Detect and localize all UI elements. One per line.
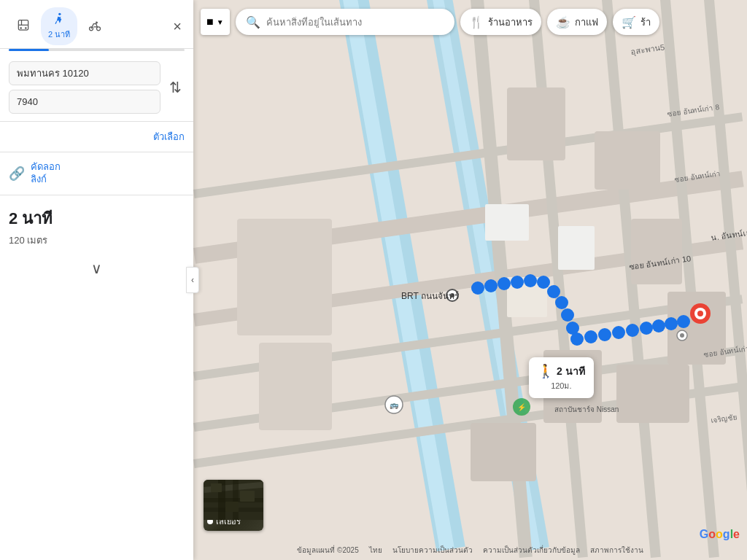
- map-search-overlay: ■ ▼ 🔍 🍴 ร้านอาหาร ☕ กาแฟ 🛒 ร้า: [201, 9, 740, 35]
- map-search-bar: 🔍: [236, 9, 454, 35]
- expand-icon: ∨: [91, 260, 102, 277]
- svg-rect-85: [225, 502, 239, 512]
- svg-text:⚡: ⚡: [517, 402, 527, 412]
- map-area: ⚡ 🚌 อุสะพาน5 ซอย อันทน์เก่า 8 ซอย อันทน์…: [193, 0, 747, 560]
- walk-tooltip-time: 2 นาที: [557, 363, 585, 379]
- svg-rect-26: [237, 219, 332, 335]
- svg-point-4: [25, 27, 27, 29]
- svg-text:BRT ถนนจันทร์: BRT ถนนจันทร์: [401, 291, 460, 301]
- destination-input[interactable]: [9, 90, 160, 114]
- close-button[interactable]: ×: [170, 15, 185, 38]
- svg-point-49: [584, 330, 597, 343]
- shop-filter-button[interactable]: 🛒 ร้า: [613, 9, 659, 35]
- copyright-map: ข้อมูลแผนที่ ©2025: [297, 545, 358, 556]
- svg-point-61: [697, 311, 703, 316]
- svg-point-54: [652, 319, 665, 332]
- svg-point-9: [96, 22, 98, 23]
- walk-tooltip-icon: 🚶: [538, 363, 554, 379]
- map-type-icon: ■: [206, 15, 214, 28]
- coffee-label: กาแฟ: [575, 15, 598, 30]
- expand-button[interactable]: ∨: [0, 254, 193, 283]
- shop-label: ร้า: [640, 15, 651, 30]
- svg-rect-83: [211, 483, 222, 492]
- coffee-icon: ☕: [556, 15, 570, 29]
- svg-rect-84: [240, 491, 255, 502]
- food-icon: 🍴: [469, 15, 484, 29]
- google-G: G: [700, 528, 708, 540]
- map-type-button[interactable]: ■ ▼: [201, 9, 230, 35]
- transport-tabs: 2 นาที ×: [0, 0, 193, 49]
- tab-bike[interactable]: [80, 15, 109, 38]
- options-link[interactable]: ตัวเลือก: [153, 129, 185, 144]
- route-summary: 2 นาที 120 เมตร: [0, 195, 193, 254]
- left-panel: 2 นาที × ⇅ ตัวเลือก 🔗 คัดลอกลิงก์ 2 นา: [0, 0, 193, 560]
- google-brand: Google: [700, 528, 740, 541]
- svg-rect-33: [471, 423, 536, 481]
- svg-rect-36: [558, 226, 595, 270]
- copyright-bar: ข้อมูลแผนที่ ©2025 ไทย นโยบายความเป็นส่ว…: [193, 545, 747, 556]
- svg-point-38: [471, 281, 484, 295]
- shop-icon: 🛒: [622, 15, 636, 29]
- svg-rect-30: [631, 219, 682, 284]
- walk-tooltip: 🚶 2 นาที 120ม.: [529, 357, 594, 398]
- copy-link-row: 🔗 คัดลอกลิงก์: [0, 152, 193, 195]
- svg-text:สถาบันชาร์จ Nissan: สถาบันชาร์จ Nissan: [554, 405, 619, 413]
- route-distance: 120 เมตร: [9, 233, 185, 248]
- inputs-column: [9, 61, 160, 114]
- svg-rect-35: [485, 204, 529, 241]
- copyright-privacy[interactable]: นโยบายความเป็นส่วนตัว: [392, 545, 473, 556]
- svg-point-52: [626, 324, 639, 337]
- svg-point-51: [612, 326, 625, 339]
- svg-point-55: [665, 317, 678, 330]
- route-time: 2 นาที: [9, 206, 185, 231]
- svg-point-3: [20, 27, 22, 29]
- search-icon: 🔍: [246, 15, 260, 29]
- map-type-dropdown-icon: ▼: [217, 18, 224, 26]
- tab-transit[interactable]: [9, 15, 38, 38]
- coffee-filter-button[interactable]: ☕ กาแฟ: [547, 9, 607, 35]
- svg-point-39: [484, 279, 498, 292]
- food-label: ร้านอาหาร: [488, 15, 533, 30]
- svg-line-6: [55, 21, 57, 23]
- svg-point-44: [547, 285, 560, 298]
- map-search-input[interactable]: [266, 17, 444, 28]
- copyright-terms[interactable]: สภาพการใช้งาน: [590, 545, 643, 556]
- google-o2: o: [716, 528, 723, 540]
- svg-rect-27: [259, 343, 332, 430]
- svg-point-63: [680, 333, 684, 338]
- link-icon: 🔗: [9, 166, 25, 182]
- collapse-icon: ‹: [191, 275, 194, 285]
- svg-point-8: [97, 27, 101, 31]
- satellite-thumbnail[interactable]: เลเยอร์: [204, 480, 263, 531]
- svg-rect-28: [507, 88, 565, 160]
- food-filter-button[interactable]: 🍴 ร้านอาหาร: [460, 9, 541, 35]
- svg-point-40: [498, 277, 511, 290]
- swap-icon: ⇅: [169, 79, 182, 96]
- tab-walk[interactable]: 2 นาที: [41, 7, 77, 45]
- svg-point-50: [598, 328, 611, 341]
- origin-input[interactable]: [9, 61, 160, 85]
- google-e: e: [733, 528, 740, 540]
- map-svg: ⚡ 🚌 อุสะพาน5 ซอย อันทน์เก่า 8 ซอย อันทน์…: [193, 0, 747, 560]
- options-row: ตัวเลือก: [0, 122, 193, 152]
- svg-point-43: [537, 276, 550, 289]
- satellite-thumb-inner: เลเยอร์: [204, 480, 263, 531]
- svg-point-46: [561, 308, 574, 322]
- swap-button[interactable]: ⇅: [166, 76, 185, 99]
- progress-bar-wrap: [0, 49, 193, 54]
- progress-bar: [9, 49, 185, 51]
- svg-point-45: [555, 296, 568, 309]
- collapse-handle[interactable]: ‹: [186, 267, 199, 293]
- tab-walk-label: 2 นาที: [48, 28, 70, 41]
- route-inputs: ⇅: [0, 54, 193, 121]
- copy-link-text[interactable]: คัดลอกลิงก์: [31, 161, 61, 186]
- svg-point-5: [58, 13, 61, 15]
- copyright-thai: ไทย: [369, 545, 382, 556]
- copyright-data[interactable]: ความเป็นส่วนตัวเกี่ยวกับข้อมูล: [483, 545, 580, 556]
- svg-rect-32: [616, 365, 689, 423]
- google-o1: o: [708, 528, 716, 540]
- google-g2: g: [723, 528, 730, 540]
- svg-point-48: [570, 332, 584, 346]
- svg-rect-29: [595, 131, 660, 190]
- svg-point-56: [677, 315, 690, 328]
